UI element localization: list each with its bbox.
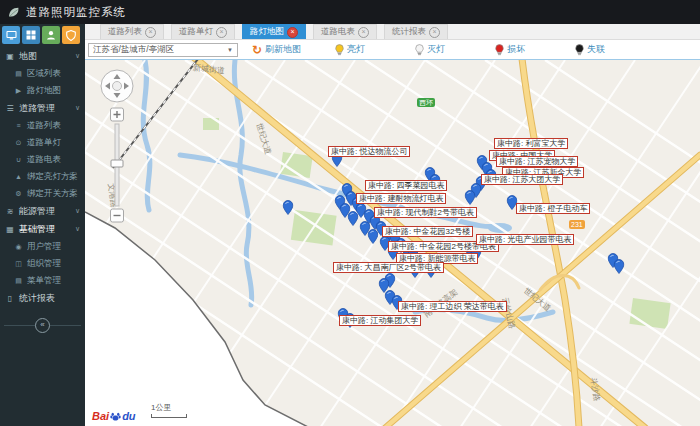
streetlight-pin-marker[interactable] [465,190,476,205]
switch-icon: ⚙ [14,190,23,198]
tab-report[interactable]: 统计报表× [384,24,448,39]
sidebar-item-road-meter[interactable]: ∪道路电表 [0,151,85,168]
streetlight-label[interactable]: 康中路: 利富宝大学 [494,138,568,149]
close-icon[interactable]: × [145,27,156,38]
security-button[interactable] [62,26,80,44]
streetlight-pin-marker[interactable] [283,200,294,215]
streetlight-label[interactable]: 康中路: 江动集团大学 [339,315,421,326]
filter-label: 灭灯 [427,43,445,56]
baidu-logo-text-right: du [122,410,135,422]
sidebar-item-region-list[interactable]: ▤区域列表 [0,65,85,82]
refresh-map-button[interactable]: ↻ 刷新地图 [252,43,301,56]
map-icon: ▣ [5,52,15,61]
streetlight-label[interactable]: 康中路: 中金花园32号楼 [382,226,473,237]
sidebar-section-label: 道路管理 [19,102,55,115]
sidebar-item-user-mgmt[interactable]: ◉用户管理 [0,238,85,255]
sidebar-item-road-list[interactable]: ≡道路列表 [0,117,85,134]
table-icon: ▤ [14,277,23,285]
chevron-down-icon: ∨ [75,225,80,233]
bulb-icon [495,44,504,56]
tab-streetlight-map[interactable]: 路灯地图× [242,24,306,39]
menu-icon: ☰ [5,104,15,113]
streetlight-label[interactable]: 康中路: 江苏宠物大学 [496,156,578,167]
map-scale-bar [151,414,187,418]
collapse-sidebar-button[interactable]: « [35,318,50,333]
rows-icon: ≡ [14,122,23,129]
chevron-down-icon: ∨ [75,104,80,112]
filter-light-on[interactable]: 亮灯 [335,43,365,56]
sidebar-item-menu-mgmt[interactable]: ▤菜单管理 [0,272,85,289]
close-icon[interactable]: × [287,27,298,38]
tab-road-list[interactable]: 道路列表× [100,24,164,39]
lamp-icon: ⊙ [14,139,23,147]
bulb-icon [335,44,344,56]
close-icon[interactable]: × [216,27,227,38]
streetlight-label[interactable]: 康中路: 现代制鞋2号带电表 [374,207,477,218]
sidebar-item-streetlight-map[interactable]: ▶路灯地图 [0,82,85,99]
sidebar-section-report[interactable]: ▯统计报表 [0,289,85,307]
filter-light-off[interactable]: 灭灯 [415,43,445,56]
sidebar-section-road-mgmt[interactable]: ☰道路管理∨ [0,99,85,117]
bulb-icon [575,44,584,56]
streetlight-pin-marker[interactable] [348,211,359,226]
map-canvas[interactable]: 新城街道世纪大道世纪大道南环路高架云岭山路斗沙路文港路西环231康中路: 悦达物… [85,60,700,426]
streetlight-pin-marker[interactable] [614,259,625,274]
scheme-icon: ▲ [14,173,23,180]
close-icon[interactable]: × [358,27,369,38]
map-toolbar: 江苏省/盐城市/亭湖区 ▼ ↻ 刷新地图 亮灯灭灯损坏失联 [85,40,700,60]
streetlight-label[interactable]: 康中路: 大昌南厂区2号带电表 [333,262,444,273]
sidebar-item-label: 道路电表 [27,154,61,166]
sidebar-section-basic-mgmt[interactable]: ▦基础管理∨ [0,220,85,238]
tab-bar: 道路列表×道路单灯×路灯地图×道路电表×统计报表× [85,24,700,40]
road-lighting-monitor-app: 道路照明监控系统 ▣地图∨▤区域列表▶路灯地图☰道路管理∨≡道路列表⊙道路单灯∪… [0,0,700,426]
desktop-icon [6,30,17,41]
streetlight-label[interactable]: 康中路: 橙子电动车 [516,203,590,214]
streetlight-pin-marker[interactable] [368,229,379,244]
tab-label: 路灯地图 [250,26,284,38]
sidebar-section-energy-mgmt[interactable]: ≋能源管理∨ [0,202,85,220]
app-title: 道路照明监控系统 [26,5,126,20]
users-icon: ◉ [14,243,23,251]
meter-icon: ∪ [14,156,23,164]
quick-button-bar [0,24,85,47]
grid-icon [26,30,36,40]
leaf-icon [7,6,20,19]
map-pan-zoom-control[interactable] [95,66,139,226]
close-icon[interactable]: × [429,27,440,38]
streetlight-label[interactable]: 康中路: 光电产业园带电表 [476,234,574,245]
tab-label: 统计报表 [392,26,426,38]
sidebar-item-road-lamp[interactable]: ⊙道路单灯 [0,134,85,151]
sidebar-section-map[interactable]: ▣地图∨ [0,47,85,65]
streetlight-label[interactable]: 康中路: 江苏大团大学 [481,174,563,185]
user-button[interactable] [42,26,60,44]
app-header: 道路照明监控系统 [0,0,700,24]
streetlight-label[interactable]: 康中路: 建耐物流灯电表 [356,193,446,204]
sidebar-item-switch-scheme[interactable]: ⚙绑定开关方案 [0,185,85,202]
sidebar-item-org-mgmt[interactable]: ◫组织管理 [0,255,85,272]
streetlight-label[interactable]: 康中路: 悦达物流公司 [328,146,410,157]
region-select[interactable]: 江苏省/盐城市/亭湖区 ▼ [88,43,238,57]
chevron-down-icon: ∨ [75,207,80,215]
refresh-icon: ↻ [252,45,262,55]
sidebar-item-light-scheme[interactable]: ▲绑定亮灯方案 [0,168,85,185]
lamp-status-filters: 亮灯灭灯损坏失联 [335,43,605,56]
chevron-down-icon: ∨ [75,52,80,60]
filter-label: 失联 [587,43,605,56]
streetlight-label[interactable]: 康中路: 四季菜园电表 [365,180,447,191]
main-area: 道路列表×道路单灯×路灯地图×道路电表×统计报表× 江苏省/盐城市/亭湖区 ▼ … [85,24,700,426]
tab-road-meter[interactable]: 道路电表× [313,24,377,39]
streetlight-pin-marker[interactable] [379,278,390,293]
modules-button[interactable] [22,26,40,44]
user-icon [46,30,56,40]
tab-road-lamp[interactable]: 道路单灯× [171,24,235,39]
desktop-button[interactable] [2,26,20,44]
streetlight-label[interactable]: 康中路: 理工边织 荣达带电表 [398,301,507,312]
org-icon: ◫ [14,260,23,268]
grid2-icon: ▦ [5,225,15,234]
filter-broken[interactable]: 损坏 [495,43,525,56]
filter-disconnected[interactable]: 失联 [575,43,605,56]
refresh-label: 刷新地图 [265,43,301,56]
sidebar-item-label: 绑定开关方案 [27,188,78,200]
sidebar-section-label: 基础管理 [19,223,55,236]
tab-label: 道路电表 [321,26,355,38]
